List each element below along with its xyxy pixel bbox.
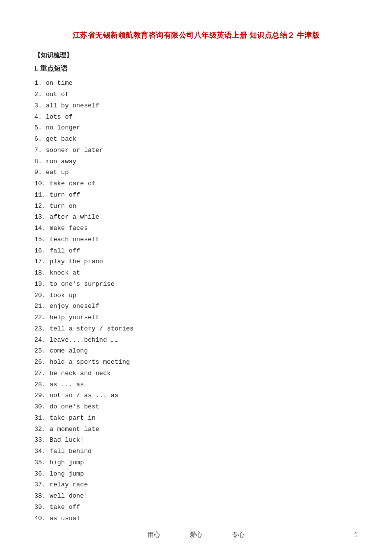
list-item: 38. well done! (34, 491, 358, 502)
list-item: 2. out of (34, 89, 358, 101)
list-item: 31. take part in (34, 413, 358, 424)
list-item: 27. be neck and neck (34, 368, 358, 379)
list-item: 5. no longer (34, 123, 358, 134)
list-item: 6. get back (34, 134, 358, 145)
list-item: 32. a moment late (34, 424, 358, 435)
list-item: 20. look up (34, 290, 358, 302)
list-item: 29. not so / as ... as (34, 390, 358, 402)
list-item: 12. turn on (34, 201, 358, 212)
footer: 用心 爱心 专心 (0, 530, 392, 540)
footer-label2: 爱心 (190, 530, 202, 540)
list-item: 18. knock at (34, 268, 358, 279)
list-item: 17. play the piano (34, 256, 358, 268)
list-item: 33. Bad luck! (34, 435, 358, 446)
list-item: 9. eat up (34, 167, 358, 178)
list-item: 34. fall behind (34, 446, 358, 457)
list-item: 26. hold a sports meeting (34, 357, 358, 368)
list-item: 3. all by oneself (34, 101, 358, 112)
list-item: 21. enjoy oneself (34, 301, 358, 312)
list-item: 35. high jump (34, 457, 358, 469)
list-item: 36. long jump (34, 469, 358, 480)
list-item: 10. take care of (34, 178, 358, 190)
page-number: 1 (354, 530, 358, 540)
list-item: 14. make faces (34, 223, 358, 234)
list-item: 23. tell a story / stories (34, 324, 358, 335)
list-item: 28. as ... as (34, 379, 358, 391)
list-item: 16. fall off (34, 246, 358, 257)
list-item: 30. do one's best (34, 402, 358, 413)
footer-label1: 用心 (147, 530, 160, 540)
list-item: 19. to one's surprise (34, 279, 358, 290)
list-item: 24. leave....behind …… (34, 335, 358, 346)
list-item: 37. relay race (34, 479, 358, 491)
list-item: 7. sooner or later (34, 145, 358, 156)
list-item: 22. help yourself (34, 312, 358, 324)
list-item: 8. run away (34, 156, 358, 168)
phrase-list: 1. on time2. out of3. all by oneself4. l… (34, 78, 358, 524)
section-header: 【知识梳理】 (34, 50, 358, 61)
list-item: 39. take off (34, 502, 358, 513)
list-item: 13. after a while (34, 212, 358, 223)
list-item: 1. on time (34, 78, 358, 89)
list-item: 11. turn off (34, 190, 358, 201)
list-item: 40. as usual (34, 513, 358, 525)
list-item: 15. teach oneself (34, 234, 358, 246)
section-title: I. 重点短语 (34, 63, 358, 75)
page-title: 江苏省无锡新领航教育咨询有限公司八年级英语上册 知识点总结２ 牛津版 (34, 29, 358, 42)
footer-label3: 专心 (232, 530, 245, 540)
list-item: 4. lots of (34, 112, 358, 123)
list-item: 25. come along (34, 346, 358, 357)
